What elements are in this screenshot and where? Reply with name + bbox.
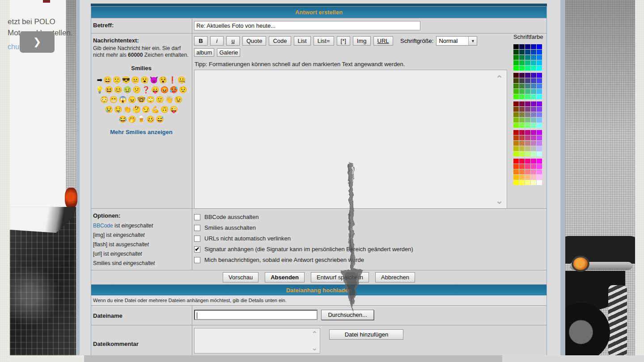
- bbcode-button-img[interactable]: Img: [353, 36, 371, 46]
- color-swatch[interactable]: [525, 94, 530, 99]
- color-swatch[interactable]: [531, 180, 536, 185]
- filename-input[interactable]: [194, 310, 318, 320]
- scroll-up-icon[interactable]: ⌃: [496, 76, 503, 82]
- smiley-icon[interactable]: 😢: [105, 105, 113, 114]
- toolbar-button-galerie[interactable]: Galerie: [217, 48, 240, 57]
- bbcode-button-url[interactable]: URL: [373, 36, 393, 46]
- smiley-icon[interactable]: 🤤: [114, 105, 123, 114]
- vorschau-button[interactable]: Vorschau: [223, 272, 258, 282]
- color-swatch[interactable]: [531, 66, 536, 71]
- scrollbar-thumb[interactable]: [84, 355, 502, 362]
- color-swatch[interactable]: [525, 180, 530, 185]
- ad-next-button[interactable]: ❯: [20, 31, 55, 53]
- checkbox-unchecked[interactable]: [194, 236, 200, 242]
- smiley-icon[interactable]: 🤓: [137, 95, 146, 105]
- color-swatch[interactable]: [531, 123, 536, 128]
- color-swatch[interactable]: [519, 66, 525, 71]
- bbcode-button-[interactable]: [*]: [337, 36, 350, 46]
- color-swatch[interactable]: [537, 94, 542, 99]
- color-swatch[interactable]: [513, 94, 519, 99]
- checkbox-unchecked[interactable]: [194, 257, 200, 263]
- smiley-icon[interactable]: 🤭: [128, 114, 136, 124]
- smiley-icon[interactable]: 😜: [169, 105, 178, 114]
- smiley-icon[interactable]: 😡: [160, 85, 169, 95]
- subject-input[interactable]: [194, 21, 420, 30]
- smiley-icon[interactable]: 😎: [122, 75, 130, 85]
- smiley-icon[interactable]: ❓: [142, 85, 150, 95]
- scroll-down-icon[interactable]: ⌄: [496, 198, 503, 204]
- bbcode-button-b[interactable]: B: [194, 36, 208, 46]
- checkbox-checked[interactable]: ✔: [194, 246, 200, 253]
- smiley-icon[interactable]: 🤐: [178, 75, 186, 85]
- smiley-icon[interactable]: 😵: [159, 75, 167, 85]
- smiley-icon[interactable]: 👿: [150, 75, 158, 85]
- abbrechen-button[interactable]: Abbrechen: [375, 272, 415, 282]
- smiley-icon[interactable]: 👋: [165, 95, 174, 105]
- bbcode-button-i[interactable]: i: [210, 36, 224, 46]
- more-smilies-link[interactable]: Mehr Smilies anzeigen: [110, 129, 172, 135]
- message-textarea[interactable]: ⌃ ⌄: [194, 70, 507, 209]
- smiley-icon[interactable]: 😮: [140, 75, 149, 85]
- smiley-icon[interactable]: 💪: [151, 105, 160, 114]
- color-swatch[interactable]: [537, 152, 542, 156]
- smiley-icon[interactable]: 🤢: [123, 85, 132, 95]
- smiley-icon[interactable]: 😟: [179, 85, 187, 95]
- color-swatch[interactable]: [519, 123, 525, 128]
- smiley-icon[interactable]: 👏: [123, 105, 132, 114]
- smiley-icon[interactable]: 🍺: [137, 114, 146, 124]
- smiley-icon[interactable]: 🥵: [169, 85, 178, 95]
- smiley-icon[interactable]: 💡: [95, 85, 104, 95]
- color-swatch[interactable]: [513, 66, 519, 71]
- smiley-icon[interactable]: ➡: [97, 75, 102, 85]
- smiley-icon[interactable]: 😏: [142, 105, 150, 114]
- color-swatch[interactable]: [513, 123, 519, 128]
- filecomment-textarea[interactable]: ⌃ ⌄: [194, 328, 320, 354]
- smiley-icon[interactable]: 😠: [128, 95, 136, 105]
- color-swatch[interactable]: [513, 152, 519, 156]
- entwurf-speichern-button[interactable]: Entwurf speichern: [311, 272, 369, 282]
- smiley-icon[interactable]: 😊: [114, 85, 123, 95]
- add-file-button[interactable]: Datei hinzufügen: [329, 329, 403, 340]
- fontsize-select[interactable]: Normal ▼: [436, 36, 477, 46]
- scroll-down-icon[interactable]: ⌄: [312, 345, 318, 351]
- bbcode-button-code[interactable]: Code: [269, 36, 291, 46]
- smiley-icon[interactable]: 😅: [156, 114, 164, 124]
- absenden-button[interactable]: Absenden: [265, 272, 305, 282]
- checkbox-unchecked[interactable]: [194, 214, 200, 220]
- bbcode-button-u[interactable]: u: [226, 36, 240, 46]
- color-swatch[interactable]: [525, 66, 530, 71]
- color-swatch[interactable]: [537, 180, 542, 185]
- smiley-icon[interactable]: 😳: [100, 95, 109, 105]
- color-swatch[interactable]: [537, 123, 542, 128]
- smiley-icon[interactable]: 😉: [174, 95, 183, 105]
- bbcode-button-list[interactable]: List=: [314, 36, 334, 46]
- smiley-icon[interactable]: 🙃: [160, 105, 169, 114]
- smiley-icon[interactable]: 😆: [105, 85, 113, 95]
- smiley-icon[interactable]: 😛: [151, 85, 160, 95]
- bbcode-link[interactable]: BBCode: [93, 223, 113, 229]
- smiley-icon[interactable]: 😕: [132, 85, 141, 95]
- scroll-up-icon[interactable]: ⌃: [312, 331, 318, 337]
- smiley-icon[interactable]: 😐: [131, 75, 140, 85]
- color-swatch[interactable]: [531, 152, 536, 156]
- bbcode-button-list[interactable]: List: [294, 36, 311, 46]
- toolbar-button-album[interactable]: album: [194, 48, 214, 57]
- color-swatch[interactable]: [513, 180, 519, 185]
- color-swatch[interactable]: [519, 94, 525, 99]
- smiley-icon[interactable]: 🙄: [146, 95, 155, 105]
- browse-button[interactable]: Durchsuchen...: [321, 310, 373, 320]
- color-swatch[interactable]: [525, 123, 530, 128]
- smiley-icon[interactable]: ❗: [168, 75, 177, 85]
- color-swatch[interactable]: [525, 152, 530, 156]
- smiley-icon[interactable]: 🙂: [156, 95, 164, 105]
- color-swatch[interactable]: [531, 94, 536, 99]
- horizontal-scrollbar[interactable]: [84, 355, 644, 362]
- bbcode-button-quote[interactable]: Quote: [242, 36, 266, 46]
- color-swatch[interactable]: [519, 180, 525, 185]
- color-swatch[interactable]: [537, 66, 542, 71]
- smiley-icon[interactable]: 😄: [103, 75, 112, 85]
- smiley-icon[interactable]: 😁: [109, 95, 118, 105]
- smiley-icon[interactable]: 😂: [119, 114, 127, 124]
- smiley-icon[interactable]: 🥴: [146, 114, 155, 124]
- smiley-icon[interactable]: 🤔: [132, 105, 141, 114]
